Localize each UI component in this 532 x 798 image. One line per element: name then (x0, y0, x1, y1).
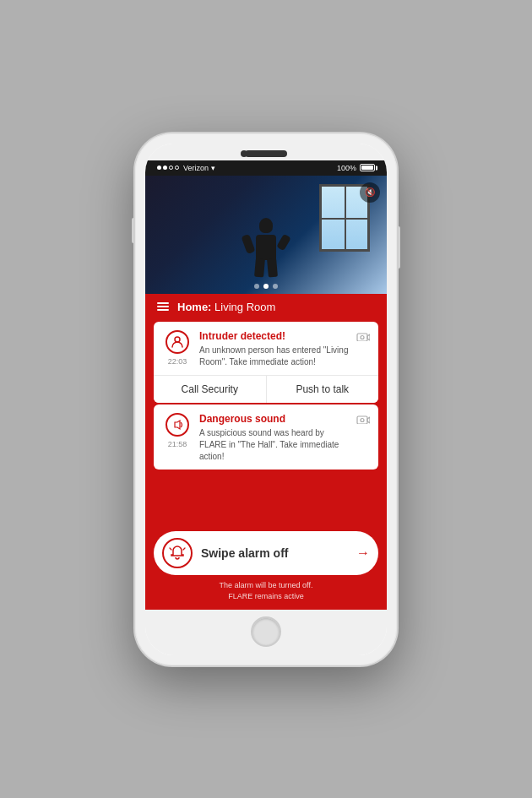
camera-icon (356, 331, 370, 341)
signal-dot-2 (163, 166, 167, 170)
status-right: 100% (337, 164, 375, 172)
carrier-label: Verizon (183, 164, 209, 172)
alert-card-2: 21:58 Dangerous sound A suspicious sound… (154, 404, 378, 470)
home-button-area (145, 610, 387, 655)
phone-notch (145, 144, 387, 160)
front-camera (241, 150, 247, 157)
page-dot-2 (263, 284, 269, 289)
speaker (245, 150, 287, 157)
alarm-bell-icon (162, 538, 193, 568)
alert-2-camera-icon (356, 413, 370, 426)
svg-line-7 (183, 548, 185, 550)
intruder-torso (256, 235, 276, 260)
intruder-arm-right (276, 233, 291, 251)
intruder-leg-right (267, 258, 278, 277)
person-icon (171, 336, 183, 348)
alert-2-description: A suspicious sound was heard by FLARE in… (199, 427, 350, 463)
battery-icon (360, 164, 375, 171)
alarm-footer: The alarm will be turned off. FLARE rema… (220, 580, 313, 603)
wifi-icon: ▾ (211, 164, 215, 172)
hamburger-line-1 (157, 302, 169, 304)
alert-1-description: An unknown person has entered "Living Ro… (199, 345, 350, 368)
main-content: 22:03 Intruder detected! An unknown pers… (145, 320, 387, 610)
battery-fill (361, 166, 373, 170)
alert-card-1: 22:03 Intruder detected! An unknown pers… (154, 322, 378, 403)
alert-2-left: 21:58 (162, 413, 193, 448)
signal-dot-3 (169, 166, 173, 170)
svg-rect-4 (357, 416, 367, 424)
alert-2-icon (166, 413, 189, 437)
phone-screen: Verizon ▾ 100% (145, 144, 387, 655)
swipe-label: Swipe alarm off (201, 546, 356, 560)
intruder-leg-left (254, 258, 265, 277)
alert-1-actions: Call Security Push to talk (154, 375, 378, 403)
hamburger-menu[interactable] (157, 302, 169, 311)
push-to-talk-button[interactable]: Push to talk (267, 376, 379, 403)
page-dot-3 (273, 284, 278, 289)
alarm-footer-line2: FLARE remains active (228, 592, 304, 600)
home-button[interactable] (251, 616, 281, 647)
nav-title-location: Living Room (214, 301, 275, 313)
svg-marker-3 (175, 421, 180, 429)
alert-card-2-body: 21:58 Dangerous sound A suspicious sound… (154, 404, 378, 470)
status-left: Verizon ▾ (157, 164, 215, 172)
mute-icon: 🔇 (365, 187, 375, 197)
nav-title: Home: Living Room (177, 301, 275, 313)
intruder-arm-left (242, 233, 256, 253)
svg-rect-1 (357, 334, 367, 341)
status-bar: Verizon ▾ 100% (145, 160, 387, 176)
alarm-section: Swipe alarm off → The alarm will be turn… (145, 523, 387, 608)
window-divider-v (345, 187, 346, 249)
nav-title-prefix: Home: (177, 301, 214, 313)
page-dot-1 (254, 284, 259, 289)
intruder-body (249, 218, 283, 277)
alert-2-title: Dangerous sound (199, 413, 350, 425)
swipe-arrow: → (356, 546, 370, 561)
alert-1-right: Intruder detected! An unknown person has… (199, 330, 350, 368)
bell-icon (169, 545, 186, 562)
phone-frame: Verizon ▾ 100% (135, 133, 397, 665)
svg-point-0 (175, 337, 180, 342)
alert-card-1-body: 22:03 Intruder detected! An unknown pers… (154, 322, 378, 375)
alert-1-left: 22:03 (162, 330, 193, 366)
swipe-alarm-button[interactable]: Swipe alarm off → (154, 531, 378, 575)
signal-dot-4 (175, 166, 179, 170)
camera-icon-2 (356, 414, 370, 424)
signal-dot-1 (157, 166, 161, 170)
pagination-dots (254, 284, 278, 289)
alert-2-time: 21:58 (168, 440, 187, 448)
battery-percent: 100% (337, 164, 356, 172)
intruder-silhouette (249, 218, 283, 277)
svg-point-2 (361, 335, 364, 339)
mute-button[interactable]: 🔇 (360, 182, 380, 203)
svg-point-5 (361, 418, 364, 421)
alert-1-camera-icon (356, 330, 370, 344)
nav-bar: Home: Living Room (145, 294, 387, 320)
sound-icon (171, 419, 183, 431)
camera-feed: 🔇 (145, 176, 387, 294)
signal-dots (157, 166, 179, 170)
alert-1-icon (166, 330, 189, 354)
alarm-footer-line1: The alarm will be turned off. (220, 581, 313, 589)
alert-1-time: 22:03 (168, 357, 187, 366)
svg-line-6 (170, 548, 171, 550)
hamburger-line-2 (157, 306, 169, 307)
alert-1-title: Intruder detected! (199, 330, 350, 342)
alert-2-right: Dangerous sound A suspicious sound was h… (199, 413, 350, 463)
intruder-head (259, 218, 273, 233)
call-security-button[interactable]: Call Security (154, 376, 267, 403)
hamburger-line-3 (157, 309, 169, 311)
